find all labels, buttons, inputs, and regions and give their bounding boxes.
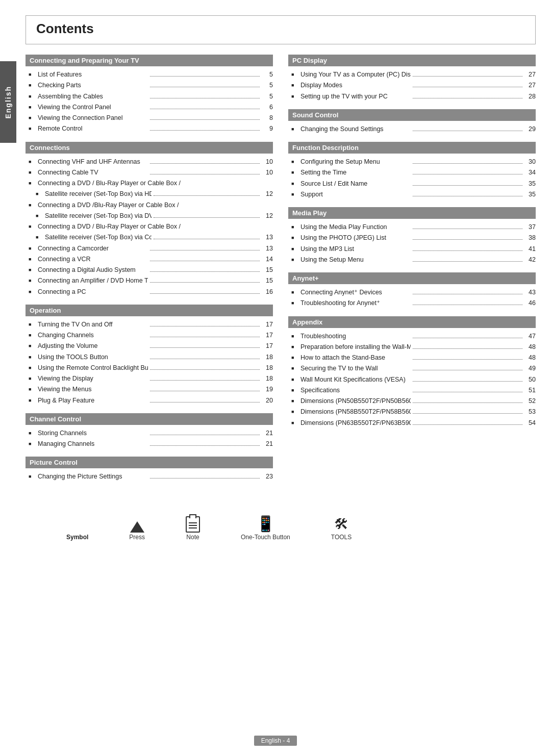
toc-item: ■Connecting an Amplifier / DVD Home Thea…: [26, 275, 273, 286]
toc-item-label: Connecting Cable TV: [38, 167, 148, 178]
toc-item: ■Turning the TV On and Off17: [26, 319, 273, 330]
toc-item-label: Using Your TV as a Computer (PC) Display: [300, 69, 411, 80]
bullet-icon: ■: [29, 440, 36, 448]
toc-page-number: 6: [262, 102, 273, 113]
toc-dots: [413, 98, 523, 98]
toc-item: ■How to attach the Stand-Base48: [288, 352, 536, 363]
toc-dots: [413, 402, 523, 403]
toc-dots: [413, 370, 523, 370]
press-label: Press: [129, 534, 145, 541]
toc-item: ■Changing Channels17: [26, 330, 273, 341]
toc-page-number: 5: [262, 69, 273, 80]
toc-dots: [150, 109, 260, 109]
toc-page-number: 54: [524, 418, 536, 429]
section-header: Connections: [26, 142, 273, 154]
bullet-icon: ■: [36, 234, 43, 241]
toc-page-number: 12: [262, 189, 273, 199]
toc-item: ■Dimensions (PN50B550T2F/PN50B560T5F)52: [288, 396, 536, 407]
bullet-icon: ■: [29, 223, 36, 231]
toc-item-label: Using the TOOLS Button: [38, 352, 148, 363]
toc-dots: [154, 239, 260, 239]
toc-item-label: Connecting a VCR: [38, 254, 148, 265]
toc-page-number: 18: [262, 352, 273, 363]
toc-page-number: 35: [524, 179, 536, 189]
toc-item: ■Connecting a Digital Audio System15: [26, 265, 273, 275]
toc-dots: [154, 217, 260, 218]
section-header: Function Description: [288, 142, 536, 154]
toc-dots: [150, 369, 260, 370]
toc-page-number: 43: [524, 287, 536, 298]
note-line-2: [189, 525, 197, 526]
toc-item-label: Changing Channels: [38, 330, 148, 341]
bullet-icon: ■: [29, 201, 36, 209]
toc-page-number: 20: [262, 395, 273, 406]
toc-page-number: 15: [262, 265, 273, 275]
toc-item-label: Viewing the Menus: [38, 384, 148, 395]
toc-dots: [413, 294, 523, 294]
toc-item: ■Troubleshooting47: [288, 331, 536, 342]
toc-dots: [150, 282, 260, 283]
toc-page-number: 21: [262, 428, 273, 439]
toc-dots: [413, 250, 523, 251]
press-icon: [130, 521, 144, 533]
toc-page-number: 5: [262, 91, 273, 102]
toc-item-label: Managing Channels: [38, 439, 148, 449]
toc-item-label: Display Modes: [300, 80, 411, 91]
bullet-icon: ■: [29, 266, 36, 274]
note-line-1: [189, 522, 197, 523]
toc-page-number: 13: [262, 232, 273, 243]
left-column: Connecting and Preparing Your TV■List of…: [26, 55, 273, 483]
toc-item: ■List of Features5: [26, 69, 273, 80]
bullet-icon: ■: [291, 376, 298, 384]
toc-page-number: 16: [262, 287, 273, 297]
toc-dots: [413, 359, 523, 360]
toc-dots: [150, 261, 260, 261]
bullet-icon: ■: [291, 256, 298, 264]
toc-item-label: How to attach the Stand-Base: [300, 352, 411, 363]
bullet-icon: ■: [291, 158, 298, 166]
toc-item-label: Dimensions (PN50B550T2F/PN50B560T5F): [300, 396, 411, 407]
toc-item-label: Using the Setup Menu: [300, 255, 411, 265]
toc-dots: [413, 424, 523, 425]
toc-item: ■Changing the Sound Settings29: [288, 124, 536, 135]
note-line-3: [189, 527, 197, 528]
toc-page-number: 38: [524, 233, 536, 243]
toc-item: ■Setting the Time34: [288, 167, 536, 178]
english-tab: English: [0, 61, 16, 143]
toc-dots: [150, 391, 260, 391]
section-header: Sound Control: [288, 109, 536, 121]
bullet-icon: ■: [29, 114, 36, 122]
bullet-icon: ■: [291, 82, 298, 89]
toc-item: ■Viewing the Connection Panel8: [26, 113, 273, 123]
symbol-tools: 🛠 TOOLS: [331, 516, 352, 541]
toc-item-label: Using the PHOTO (JPEG) List: [300, 233, 411, 243]
page-wrapper: English Contents Connecting and Preparin…: [0, 0, 551, 756]
toc-item: ■Troubleshooting for Anynet⁺46: [288, 298, 536, 309]
toc-item-label: Storing Channels: [38, 428, 148, 439]
toc-item: ■Specifications51: [288, 385, 536, 396]
bullet-icon: ■: [291, 223, 298, 231]
toc-dots: [413, 196, 523, 196]
toc-item: ■Satellite receiver (Set-Top Box) via DV…: [26, 211, 273, 221]
toc-page-number: 35: [524, 189, 536, 200]
toc-dots: [150, 402, 260, 402]
toc-page-number: 23: [262, 471, 273, 482]
bullet-icon: ■: [29, 321, 36, 329]
toc-item-label: Dimensions (PN63B550T2F/PN63B590T5F): [300, 418, 411, 429]
bullet-icon: ■: [29, 125, 36, 133]
symbol-title-label: Symbol: [66, 534, 88, 541]
toc-item: ■Configuring the Setup Menu30: [288, 157, 536, 167]
toc-item-label: List of Features: [38, 69, 148, 80]
toc-dots: [413, 261, 523, 262]
section-header: Connecting and Preparing Your TV: [26, 55, 273, 66]
toc-item-label: Dimensions (PN58B550T2F/PN58B560T5F): [300, 407, 411, 417]
symbol-onetouch: 📱 One-Touch Button: [241, 515, 290, 541]
toc-page-number: 46: [524, 298, 536, 309]
toc-item: ■Source List / Edit Name35: [288, 179, 536, 189]
toc-item-label: Connecting VHF and UHF Antennas: [38, 157, 148, 167]
main-content: Contents Connecting and Preparing Your T…: [26, 0, 536, 541]
toc-dots: [413, 348, 523, 349]
toc-item-label: Wall Mount Kit Specifications (VESA): [300, 374, 411, 385]
toc-item-label: Changing the Sound Settings: [300, 124, 411, 135]
tools-icon: 🛠: [334, 516, 348, 533]
